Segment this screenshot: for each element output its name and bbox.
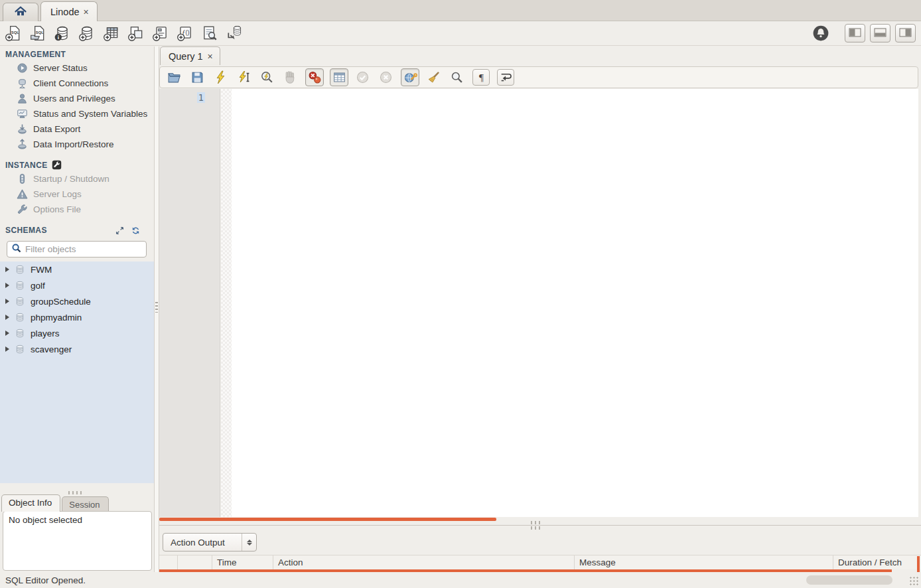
open-sql-script-button[interactable]: SQL <box>29 25 46 42</box>
home-tab[interactable] <box>3 3 38 21</box>
output-splitter[interactable] <box>159 525 921 526</box>
sidebar-item-status-variables[interactable]: Status and System Variables <box>0 106 154 121</box>
stop-on-error-button[interactable] <box>305 68 324 86</box>
schema-row[interactable]: golf <box>0 277 154 293</box>
output-column-header-duration-fetch[interactable]: Duration / Fetch <box>833 555 921 569</box>
sidebar-item-client-connections[interactable]: Client Connections <box>0 76 154 91</box>
explain-button[interactable] <box>260 70 275 85</box>
server-logs-icon <box>17 188 28 200</box>
bottom-scrollbar-thumb[interactable] <box>806 575 892 585</box>
execute-current-icon <box>237 70 251 84</box>
window-resize-grip[interactable] <box>909 576 919 586</box>
schema-icon <box>15 264 25 275</box>
expand-triangle-icon[interactable] <box>5 267 9 272</box>
editor-horizontal-scrollbar[interactable] <box>159 518 496 521</box>
expand-triangle-icon[interactable] <box>5 299 9 304</box>
refresh-icon[interactable] <box>131 226 141 236</box>
search-data-button[interactable] <box>201 25 218 42</box>
open-file-button[interactable] <box>167 70 182 85</box>
sidebar-item-data-export[interactable]: Data Export <box>0 121 154 137</box>
find-button[interactable] <box>450 70 464 85</box>
stop-button[interactable] <box>283 70 298 85</box>
schema-row[interactable]: FWM <box>0 261 154 277</box>
autocommit-button[interactable] <box>401 68 419 86</box>
sidebar-item-label: Server Logs <box>33 189 82 199</box>
svg-text:(): () <box>186 29 190 36</box>
sidebar-splitter[interactable] <box>154 46 159 572</box>
output-splitter-grip <box>531 521 543 524</box>
create-function-button[interactable]: f() <box>177 25 194 42</box>
toggle-left-panel-button[interactable] <box>845 24 865 42</box>
schema-row[interactable]: phpmyadmin <box>0 309 154 325</box>
editor-text-area[interactable] <box>232 89 918 517</box>
expand-triangle-icon[interactable] <box>5 346 9 352</box>
main-toolbar: SQLSQLif() <box>0 21 921 46</box>
output-column-header[interactable] <box>178 555 212 569</box>
notification-icon[interactable] <box>812 25 829 42</box>
schema-filter-input[interactable] <box>25 244 142 254</box>
expand-triangle-icon[interactable] <box>5 283 9 288</box>
expand-arrows-icon[interactable] <box>115 226 125 236</box>
schema-name: golf <box>31 281 45 291</box>
tab-session[interactable]: Session <box>62 496 108 512</box>
output-column-header[interactable] <box>159 555 178 569</box>
sql-editor[interactable]: 1 <box>159 89 918 517</box>
query-tab[interactable]: Query 1 × <box>160 46 220 65</box>
reconnect-dbms-button[interactable] <box>226 25 243 42</box>
limit-rows-icon <box>332 70 346 84</box>
connection-tab[interactable]: Linode × <box>40 1 98 21</box>
output-column-header-action[interactable]: Action <box>273 555 575 569</box>
sidebar-item-data-import[interactable]: Data Import/Restore <box>0 137 154 152</box>
schema-row[interactable]: groupSchedule <box>0 293 154 309</box>
create-view-button[interactable] <box>127 25 145 42</box>
close-icon[interactable]: × <box>82 7 90 17</box>
save-icon <box>190 70 205 84</box>
output-table-header: TimeActionMessageDuration / Fetch <box>159 555 921 569</box>
output-column-header-time[interactable]: Time <box>212 555 273 569</box>
toggle-left-panel-icon <box>849 28 861 39</box>
schema-name: scavenger <box>31 344 72 354</box>
execute-button[interactable] <box>214 70 228 85</box>
word-wrap-button[interactable] <box>497 69 514 86</box>
create-table-button[interactable] <box>103 25 120 42</box>
sidebar-item-server-status[interactable]: Server Status <box>0 60 154 76</box>
object-info-content: No object selected <box>3 511 152 571</box>
toggle-right-panel-button[interactable] <box>895 24 916 42</box>
tab-object-info[interactable]: Object Info <box>1 494 60 512</box>
toggle-bottom-panel-button[interactable] <box>870 24 890 42</box>
create-procedure-button[interactable] <box>152 25 169 42</box>
create-procedure-icon <box>152 25 169 42</box>
connection-tab-label: Linode <box>50 7 80 17</box>
query-tab-label: Query 1 <box>169 51 203 62</box>
execute-current-button[interactable] <box>237 70 251 85</box>
output-vertical-scrollbar[interactable] <box>917 556 920 572</box>
commit-button[interactable] <box>356 70 370 85</box>
schema-row[interactable]: scavenger <box>0 341 154 357</box>
close-icon[interactable]: × <box>206 51 214 62</box>
schema-name: FWM <box>31 265 52 275</box>
data-import-icon <box>17 139 28 150</box>
save-button[interactable] <box>190 70 205 85</box>
limit-rows-button[interactable] <box>330 68 348 86</box>
beautify-button[interactable] <box>427 70 441 85</box>
show-invisibles-button[interactable]: ¶ <box>472 69 490 86</box>
svg-text:SQL: SQL <box>36 31 44 35</box>
output-column-header-message[interactable]: Message <box>575 555 833 569</box>
expand-triangle-icon[interactable] <box>5 331 9 336</box>
rollback-button[interactable] <box>379 70 393 85</box>
search-data-icon <box>201 25 218 42</box>
sidebar-item-users-privileges[interactable]: Users and Privileges <box>0 91 154 106</box>
mysql-workbench-window: Linode × SQLSQLif() MANAGEMENT Server St… <box>0 0 921 588</box>
schema-inspector-button[interactable]: i <box>54 25 71 42</box>
output-type-select[interactable]: Action Output <box>163 533 257 551</box>
schema-icon <box>15 344 25 354</box>
schema-row[interactable]: players <box>0 325 154 341</box>
spinner-arrows-icon <box>242 534 256 551</box>
new-sql-tab-button[interactable]: SQL <box>5 25 22 42</box>
schema-icon <box>15 296 25 307</box>
expand-triangle-icon[interactable] <box>5 315 9 320</box>
create-table-icon <box>103 25 120 42</box>
create-schema-button[interactable] <box>78 25 96 42</box>
create-view-icon <box>127 25 145 42</box>
find-icon <box>450 70 464 84</box>
